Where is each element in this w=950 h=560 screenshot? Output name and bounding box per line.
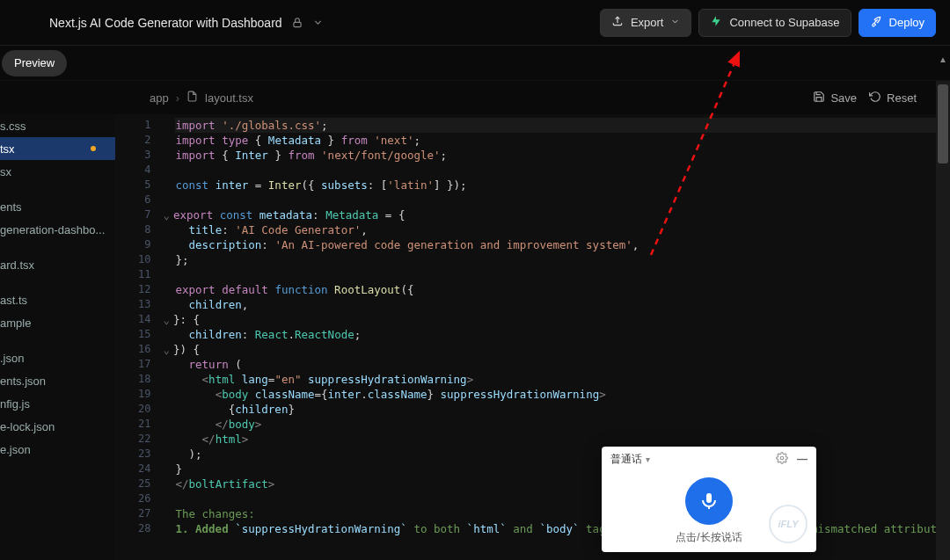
file-sidebar[interactable]: s.csstsxsxentsgeneration-dashbo...ard.ts…	[0, 114, 115, 560]
code-line[interactable]: const inter = Inter({ subsets: ['latin']…	[175, 178, 950, 193]
sidebar-item-label: sx	[0, 165, 106, 178]
code-line[interactable]: };	[175, 252, 950, 267]
sidebar-item[interactable]: sx	[0, 160, 115, 183]
sidebar-item-label: e-lock.json	[0, 420, 106, 433]
sidebar-item[interactable]: e.json	[0, 438, 115, 461]
editor-toolbar: app › layout.tsx Save Reset	[0, 81, 950, 114]
tab-preview-label: Preview	[14, 56, 55, 69]
mic-button[interactable]	[685, 477, 733, 525]
code-line[interactable]: <body className={inter.className} suppre…	[175, 387, 950, 402]
sidebar-item-label: e.json	[0, 443, 106, 456]
voice-language[interactable]: 普通话	[610, 452, 642, 467]
ifly-logo: iFLY	[769, 505, 808, 543]
code-line[interactable]: ⌄export const metadata: Metadata = {	[175, 207, 950, 222]
code-line[interactable]: </body>	[175, 417, 950, 432]
sidebar-item-label: generation-dashbo...	[0, 223, 106, 236]
export-label: Export	[631, 16, 664, 29]
code-line[interactable]: }	[175, 462, 950, 476]
sidebar-item[interactable]: ents	[0, 195, 115, 218]
deploy-button[interactable]: Deploy	[859, 9, 936, 37]
supabase-icon	[710, 15, 722, 30]
view-tabbar: Preview	[0, 46, 950, 81]
code-line[interactable]: The changes:	[175, 506, 950, 521]
code-line[interactable]: </html>	[175, 432, 950, 447]
reset-button[interactable]: Reset	[869, 91, 917, 105]
save-button[interactable]: Save	[813, 91, 857, 105]
chevron-down-icon[interactable]: ▾	[646, 455, 650, 464]
breadcrumb-seg-1[interactable]: app	[150, 91, 169, 105]
voice-input-panel[interactable]: 普通话 ▾ — 点击/长按说话 iFLY	[602, 447, 816, 552]
code-line[interactable]: export default function RootLayout({	[175, 282, 950, 297]
fold-chevron-icon[interactable]: ⌄	[163, 208, 170, 222]
code-line[interactable]: <html lang="en" suppressHydrationWarning…	[175, 372, 950, 387]
sidebar-item[interactable]: ample	[0, 311, 115, 334]
scrollbar-thumb[interactable]	[938, 84, 948, 164]
code-line[interactable]: children,	[175, 297, 950, 312]
sidebar-item-label: s.css	[0, 120, 106, 133]
sidebar-item[interactable]: s.css	[0, 114, 115, 137]
minimize-icon[interactable]: —	[797, 453, 808, 465]
connect-supabase-button[interactable]: Connect to Supabase	[698, 9, 851, 37]
sidebar-item[interactable]: ents.json	[0, 369, 115, 392]
tab-preview[interactable]: Preview	[2, 50, 67, 76]
reset-icon	[869, 91, 881, 105]
code-editor[interactable]: 1234567891011121314151617181920212223242…	[115, 114, 950, 560]
sidebar-item-label: ast.ts	[0, 294, 106, 307]
code-line[interactable]	[175, 163, 950, 178]
sidebar-item[interactable]: nfig.js	[0, 392, 115, 415]
rocket-icon	[870, 15, 882, 30]
app-header: Next.js AI Code Generator with Dashboard…	[0, 0, 950, 46]
editor-scrollbar[interactable]: ▲	[936, 81, 950, 560]
chevron-down-icon[interactable]	[312, 17, 324, 28]
sidebar-item[interactable]: .json	[0, 346, 115, 369]
code-line[interactable]: ⌄}) {	[175, 342, 950, 357]
chevron-right-icon: ›	[176, 91, 179, 105]
fold-chevron-icon[interactable]: ⌄	[163, 343, 170, 356]
save-label: Save	[830, 91, 857, 105]
sidebar-item[interactable]: tsx	[0, 137, 115, 160]
lock-icon	[291, 17, 303, 29]
supabase-label: Connect to Supabase	[729, 16, 839, 29]
code-line[interactable]	[175, 491, 950, 506]
deploy-label: Deploy	[889, 16, 924, 29]
code-line[interactable]: import type { Metadata } from 'next';	[175, 133, 950, 148]
reset-label: Reset	[887, 91, 917, 105]
code-content[interactable]: import './globals.css';import type { Met…	[157, 114, 950, 560]
breadcrumb-seg-2[interactable]: layout.tsx	[205, 91, 253, 105]
code-line[interactable]: ⌄}: {	[175, 312, 950, 327]
sidebar-item[interactable]: generation-dashbo...	[0, 218, 115, 241]
upload-icon	[611, 15, 624, 30]
fold-chevron-icon[interactable]: ⌄	[163, 313, 170, 326]
code-line[interactable]: title: 'AI Code Generator',	[175, 222, 950, 237]
code-line[interactable]	[175, 267, 950, 282]
code-line[interactable]: return (	[175, 357, 950, 372]
code-line[interactable]: description: 'An AI-powered code generat…	[175, 237, 950, 252]
sidebar-item-label: ents	[0, 200, 106, 214]
scroll-up-icon[interactable]: ▲	[939, 55, 947, 64]
svg-point-3	[780, 456, 784, 460]
line-gutter: 1234567891011121314151617181920212223242…	[115, 114, 157, 560]
code-line[interactable]: {children}	[175, 402, 950, 417]
code-line[interactable]: children: React.ReactNode;	[175, 327, 950, 342]
code-line[interactable]: import { Inter } from 'next/font/google'…	[175, 148, 950, 163]
code-line[interactable]: );	[175, 447, 950, 462]
export-button[interactable]: Export	[600, 9, 692, 37]
save-icon	[813, 91, 825, 105]
code-line[interactable]: </boltArtifact>	[175, 476, 950, 491]
chevron-down-icon	[670, 16, 680, 29]
sidebar-item-label: ents.json	[0, 375, 106, 388]
sidebar-item-label: ample	[0, 316, 106, 330]
sidebar-item-label: ard.tsx	[0, 258, 106, 272]
sidebar-item-label: .json	[0, 352, 106, 365]
code-line[interactable]	[175, 193, 950, 207]
code-line[interactable]: import './globals.css';	[175, 118, 950, 133]
gear-icon[interactable]	[776, 452, 788, 467]
file-icon	[186, 91, 198, 105]
sidebar-item[interactable]: e-lock.json	[0, 415, 115, 438]
svg-rect-0	[293, 22, 300, 26]
code-line[interactable]: 1. Added `suppressHydrationWarning` to b…	[175, 521, 950, 536]
breadcrumb: app › layout.tsx	[150, 91, 813, 105]
sidebar-item-label: nfig.js	[0, 397, 106, 411]
sidebar-item[interactable]: ast.ts	[0, 288, 115, 311]
sidebar-item[interactable]: ard.tsx	[0, 253, 115, 276]
